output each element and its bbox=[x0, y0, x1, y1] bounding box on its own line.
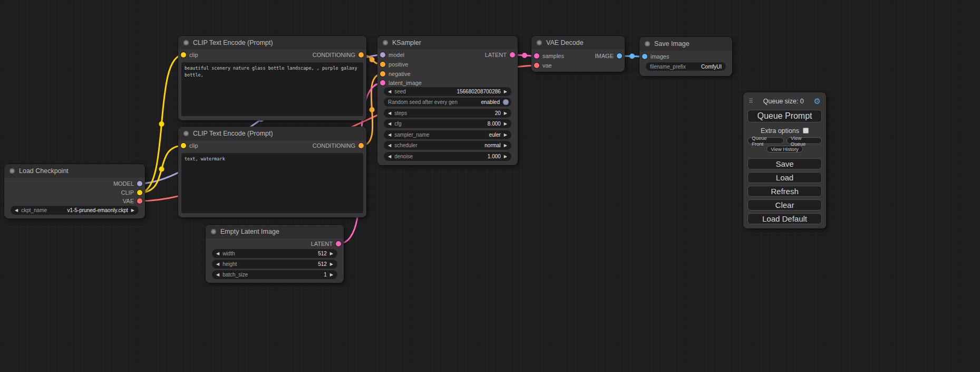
widget-height[interactable]: ◀ height 512 ▶ bbox=[212, 260, 337, 269]
increment-arrow-icon[interactable]: ▶ bbox=[330, 262, 333, 266]
widget-label: seed bbox=[394, 89, 406, 94]
widget-scheduler[interactable]: ◀ scheduler normal ▶ bbox=[384, 141, 511, 150]
output-dot-model[interactable] bbox=[137, 181, 142, 186]
output-slot-conditioning[interactable]: CONDITIONING bbox=[178, 51, 366, 59]
increment-arrow-icon[interactable]: ▶ bbox=[131, 208, 134, 213]
input-dot-latent-image[interactable] bbox=[380, 80, 385, 85]
input-slot-negative[interactable]: negative bbox=[377, 70, 518, 78]
save-button[interactable]: Save bbox=[748, 158, 822, 169]
node-title-bar[interactable]: CLIP Text Encode (Prompt) bbox=[178, 127, 366, 140]
input-slot-images[interactable]: images bbox=[639, 52, 732, 61]
widget-cfg[interactable]: ◀ cfg 8.000 ▶ bbox=[384, 119, 511, 128]
load-default-button[interactable]: Load Default bbox=[748, 213, 822, 224]
node-load-checkpoint[interactable]: Load Checkpoint MODEL CLIP VAE ◀ ckpt_na… bbox=[4, 164, 145, 218]
input-dot-positive[interactable] bbox=[380, 62, 385, 67]
increment-arrow-icon[interactable]: ▶ bbox=[504, 144, 507, 148]
node-title-bar[interactable]: Load Checkpoint bbox=[4, 164, 145, 178]
decrement-arrow-icon[interactable]: ◀ bbox=[15, 208, 18, 213]
increment-arrow-icon[interactable]: ▶ bbox=[330, 273, 333, 277]
extra-options-checkbox[interactable] bbox=[803, 128, 809, 133]
decrement-arrow-icon[interactable]: ◀ bbox=[216, 273, 219, 277]
increment-arrow-icon[interactable]: ▶ bbox=[504, 155, 507, 159]
input-slot-latent-image[interactable]: latent_image bbox=[377, 79, 518, 87]
widget-sampler-name[interactable]: ◀ sampler_name euler ▶ bbox=[384, 130, 511, 139]
node-title-bar[interactable]: Save Image bbox=[639, 37, 732, 51]
load-button[interactable]: Load bbox=[748, 172, 822, 183]
output-slot-conditioning[interactable]: CONDITIONING bbox=[178, 141, 366, 150]
increment-arrow-icon[interactable]: ▶ bbox=[504, 111, 507, 116]
slot-label: negative bbox=[389, 71, 411, 77]
widget-value: 512 bbox=[318, 251, 327, 256]
increment-arrow-icon[interactable]: ▶ bbox=[504, 133, 507, 137]
input-slot-positive[interactable]: positive bbox=[377, 60, 518, 69]
widget-steps[interactable]: ◀ steps 20 ▶ bbox=[384, 109, 511, 118]
refresh-button[interactable]: Refresh bbox=[748, 186, 822, 197]
node-ksampler[interactable]: KSampler model positive negative latent_… bbox=[377, 36, 518, 165]
increment-arrow-icon[interactable]: ▶ bbox=[330, 252, 333, 256]
node-title-bar[interactable]: Empty Latent Image bbox=[206, 225, 344, 239]
input-slot-vae[interactable]: vae bbox=[531, 61, 625, 70]
toggle-dot[interactable] bbox=[503, 99, 509, 105]
output-slot-clip[interactable]: CLIP bbox=[4, 188, 145, 197]
collapse-dot-icon[interactable] bbox=[383, 40, 388, 45]
output-slot-latent[interactable]: LATENT bbox=[377, 51, 518, 59]
output-dot-image[interactable] bbox=[617, 53, 622, 59]
collapse-dot-icon[interactable] bbox=[211, 229, 216, 234]
widget-seed[interactable]: ◀ seed 156680208700286 ▶ bbox=[384, 87, 511, 96]
node-clip-text-encode-negative[interactable]: CLIP Text Encode (Prompt) clip CONDITION… bbox=[178, 127, 366, 217]
decrement-arrow-icon[interactable]: ◀ bbox=[216, 252, 219, 256]
output-slot-vae[interactable]: VAE bbox=[4, 197, 145, 205]
widget-filename-prefix[interactable]: filename_prefix ComfyUI bbox=[646, 62, 726, 71]
widget-label: filename_prefix bbox=[650, 64, 686, 70]
output-slot-model[interactable]: MODEL bbox=[4, 179, 145, 188]
collapse-dot-icon[interactable] bbox=[645, 41, 650, 46]
decrement-arrow-icon[interactable]: ◀ bbox=[388, 155, 391, 159]
output-slot-latent[interactable]: LATENT bbox=[206, 240, 344, 248]
node-clip-text-encode-positive[interactable]: CLIP Text Encode (Prompt) clip CONDITION… bbox=[178, 36, 366, 120]
settings-gear-icon[interactable]: ⚙ bbox=[814, 97, 821, 105]
collapse-dot-icon[interactable] bbox=[183, 131, 189, 136]
output-slot-image[interactable]: IMAGE bbox=[531, 52, 625, 60]
output-dot-vae[interactable] bbox=[137, 198, 142, 204]
collapse-dot-icon[interactable] bbox=[9, 168, 15, 174]
queue-prompt-button[interactable]: Queue Prompt bbox=[748, 110, 822, 122]
node-save-image[interactable]: Save Image images filename_prefix ComfyU… bbox=[639, 37, 732, 76]
collapse-dot-icon[interactable] bbox=[537, 40, 542, 45]
drag-handle-icon[interactable]: ⠿ bbox=[749, 98, 753, 105]
clear-button[interactable]: Clear bbox=[748, 199, 822, 211]
node-empty-latent-image[interactable]: Empty Latent Image LATENT ◀ width 512 ▶ … bbox=[206, 225, 344, 283]
output-dot-latent[interactable] bbox=[336, 241, 341, 246]
widget-batch-size[interactable]: ◀ batch_size 1 ▶ bbox=[212, 270, 337, 279]
queue-front-button[interactable]: Queue Front bbox=[748, 137, 784, 144]
output-dot-clip[interactable] bbox=[137, 190, 142, 195]
output-dot-conditioning[interactable] bbox=[358, 143, 364, 148]
input-dot-negative[interactable] bbox=[380, 71, 385, 77]
widget-denoise[interactable]: ◀ denoise 1.000 ▶ bbox=[384, 152, 511, 161]
node-title-bar[interactable]: CLIP Text Encode (Prompt) bbox=[178, 36, 366, 50]
widget-width[interactable]: ◀ width 512 ▶ bbox=[212, 249, 337, 258]
output-dot-conditioning[interactable] bbox=[358, 52, 364, 58]
increment-arrow-icon[interactable]: ▶ bbox=[504, 90, 507, 94]
decrement-arrow-icon[interactable]: ◀ bbox=[388, 144, 391, 148]
widget-random-seed-toggle[interactable]: Random seed after every gen enabled bbox=[384, 98, 511, 107]
input-dot-vae[interactable] bbox=[534, 63, 539, 68]
view-queue-button[interactable]: View Queue bbox=[787, 137, 822, 144]
output-dot-latent[interactable] bbox=[510, 52, 515, 58]
decrement-arrow-icon[interactable]: ◀ bbox=[216, 262, 219, 266]
decrement-arrow-icon[interactable]: ◀ bbox=[388, 122, 391, 126]
prompt-textarea[interactable]: beautiful scenery nature glass bottle la… bbox=[181, 62, 363, 116]
input-dot-images[interactable] bbox=[642, 54, 647, 59]
increment-arrow-icon[interactable]: ▶ bbox=[504, 122, 507, 126]
prompt-textarea[interactable]: text, watermark bbox=[181, 153, 363, 213]
node-title-bar[interactable]: VAE Decode bbox=[531, 36, 625, 50]
widget-label: denoise bbox=[394, 154, 413, 159]
decrement-arrow-icon[interactable]: ◀ bbox=[388, 133, 391, 137]
collapse-dot-icon[interactable] bbox=[183, 40, 189, 45]
node-vae-decode[interactable]: VAE Decode samples vae IMAGE bbox=[531, 36, 625, 72]
widget-ckpt-name[interactable]: ◀ ckpt_name v1-5-pruned-emaonly.ckpt ▶ bbox=[11, 206, 139, 215]
decrement-arrow-icon[interactable]: ◀ bbox=[388, 90, 391, 94]
node-title-bar[interactable]: KSampler bbox=[377, 36, 518, 50]
view-history-button[interactable]: View History bbox=[766, 146, 803, 152]
graph-canvas[interactable]: Load Checkpoint MODEL CLIP VAE ◀ ckpt_na… bbox=[0, 0, 980, 372]
decrement-arrow-icon[interactable]: ◀ bbox=[388, 111, 391, 116]
